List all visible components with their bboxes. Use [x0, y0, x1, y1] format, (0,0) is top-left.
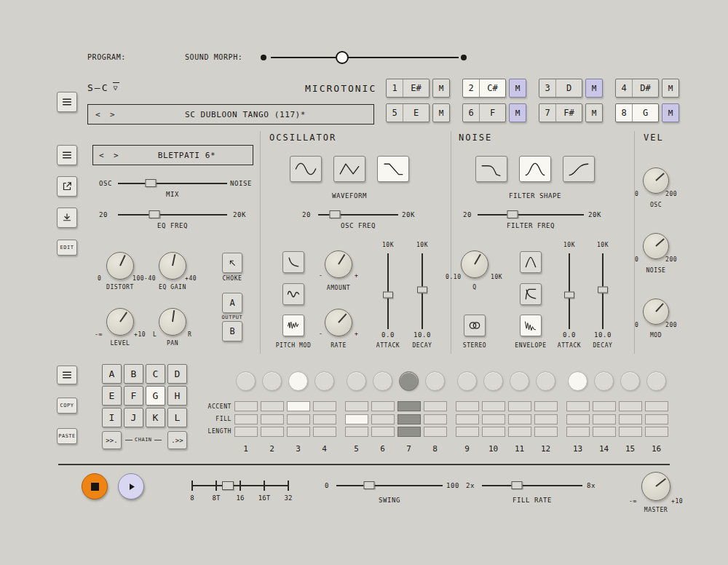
channel-5-mute-button[interactable]: M [432, 103, 450, 122]
q-knob[interactable] [461, 250, 488, 278]
channel-5-button[interactable]: 5E [386, 103, 430, 122]
osc-decay-slider[interactable] [417, 253, 427, 329]
length-step-14[interactable] [593, 427, 616, 437]
length-step-6[interactable] [371, 427, 395, 437]
osc-freq-slider[interactable] [318, 210, 398, 219]
channel-1-button[interactable]: 1E# [386, 79, 430, 98]
choke-button[interactable] [222, 253, 242, 273]
eq-freq-handle[interactable] [149, 210, 159, 218]
program-next-button[interactable]: > [110, 110, 115, 119]
mix-slider[interactable] [118, 179, 227, 188]
step-1[interactable] [236, 371, 256, 391]
accent-step-1[interactable] [234, 401, 258, 411]
accent-step-7[interactable] [397, 401, 421, 411]
vel-noise-knob[interactable] [643, 233, 669, 259]
length-step-2[interactable] [261, 427, 284, 437]
channel-8-button[interactable]: 8G [615, 103, 659, 122]
accent-step-9[interactable] [456, 401, 479, 411]
step-2[interactable] [262, 371, 282, 391]
play-button[interactable] [118, 473, 144, 499]
step-14[interactable] [594, 371, 614, 391]
channel-6-mute-button[interactable]: M [509, 103, 526, 122]
envelope-clap-button[interactable] [520, 315, 542, 336]
channel-3-button[interactable]: 3D [539, 79, 582, 98]
waveform-saw-button[interactable] [377, 156, 409, 182]
distort-knob[interactable] [106, 252, 134, 280]
pitchmod-amount-knob[interactable] [325, 250, 352, 278]
eq-freq-slider[interactable] [118, 210, 227, 219]
output-a-button[interactable]: A [222, 293, 242, 313]
step-8[interactable] [425, 371, 445, 391]
filter-highpass-button[interactable] [563, 156, 595, 182]
accent-step-2[interactable] [261, 401, 284, 411]
fill-step-1[interactable] [234, 414, 258, 424]
fill-step-7[interactable] [397, 414, 421, 424]
mix-handle[interactable] [146, 179, 157, 187]
length-step-3[interactable] [287, 427, 310, 437]
step-3[interactable] [288, 371, 308, 391]
channel-2-button[interactable]: 2C# [462, 79, 506, 98]
accent-step-11[interactable] [508, 401, 531, 411]
waveform-sine-button[interactable] [290, 156, 322, 182]
fill-step-4[interactable] [313, 414, 336, 424]
vel-osc-knob[interactable] [643, 167, 669, 194]
length-step-12[interactable] [534, 427, 558, 437]
eq-gain-knob[interactable] [159, 252, 186, 280]
patch-prev-button[interactable]: < [99, 151, 104, 160]
fill-step-11[interactable] [508, 414, 531, 424]
length-step-5[interactable] [345, 427, 368, 437]
pitchmod-sine-button[interactable] [282, 283, 304, 305]
osc-attack-handle[interactable] [383, 292, 393, 299]
noise-decay-handle[interactable] [598, 286, 608, 293]
step-11[interactable] [510, 371, 529, 391]
step-15[interactable] [620, 371, 640, 391]
fill-step-10[interactable] [482, 414, 505, 424]
fill-step-6[interactable] [371, 414, 395, 424]
morph-slider[interactable] [271, 51, 459, 64]
length-step-16[interactable] [645, 427, 668, 437]
noise-attack-handle[interactable] [564, 292, 574, 299]
step-5[interactable] [347, 371, 366, 391]
length-step-11[interactable] [508, 427, 531, 437]
channel-8-mute-button[interactable]: M [662, 103, 679, 122]
osc-attack-slider[interactable] [383, 253, 393, 329]
length-step-8[interactable] [424, 427, 447, 437]
channel-2-mute-button[interactable]: M [509, 79, 526, 98]
level-knob[interactable] [106, 308, 134, 336]
stereo-button[interactable] [464, 315, 486, 336]
step-13[interactable] [568, 371, 587, 391]
accent-step-13[interactable] [566, 401, 590, 411]
step-6[interactable] [373, 371, 392, 391]
osc-freq-handle[interactable] [330, 210, 341, 218]
length-step-4[interactable] [313, 427, 336, 437]
stop-button[interactable] [82, 473, 108, 499]
channel-1-mute-button[interactable]: M [432, 79, 450, 98]
fill-step-13[interactable] [566, 414, 590, 424]
fill-rate-handle[interactable] [512, 481, 523, 489]
step-12[interactable] [536, 371, 555, 391]
filter-freq-slider[interactable] [478, 210, 584, 219]
channel-4-button[interactable]: 4D# [615, 79, 659, 98]
channel-3-mute-button[interactable]: M [585, 79, 603, 98]
accent-step-12[interactable] [534, 401, 558, 411]
accent-step-4[interactable] [313, 401, 336, 411]
swing-slider[interactable] [336, 481, 443, 490]
fill-step-9[interactable] [456, 414, 479, 424]
swing-handle[interactable] [364, 481, 375, 489]
noise-attack-slider[interactable] [564, 253, 574, 329]
accent-step-10[interactable] [482, 401, 505, 411]
pitchmod-rate-knob[interactable] [325, 309, 352, 336]
accent-step-6[interactable] [371, 401, 395, 411]
step-10[interactable] [483, 371, 503, 391]
morph-handle[interactable] [336, 51, 349, 64]
accent-step-5[interactable] [345, 401, 368, 411]
pattern-length-slider[interactable]: 88T1616T32 [189, 477, 291, 506]
waveform-triangle-button[interactable] [333, 156, 365, 182]
channel-4-mute-button[interactable]: M [662, 79, 679, 98]
accent-step-14[interactable] [593, 401, 616, 411]
channel-7-button[interactable]: 7F# [539, 103, 582, 122]
pitchmod-noise-button[interactable] [282, 315, 304, 336]
fill-step-12[interactable] [534, 414, 558, 424]
fill-step-3[interactable] [287, 414, 310, 424]
patch-name[interactable]: BLETPATI 6* [127, 151, 247, 160]
